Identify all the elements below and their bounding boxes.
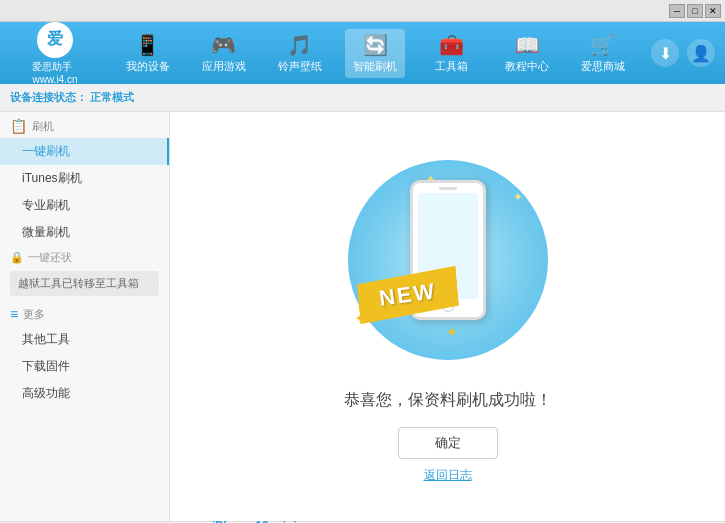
- nav-bar: 📱 我的设备 🎮 应用游戏 🎵 铃声壁纸 🔄 智能刷机 🧰 工具箱 📖 教程中心…: [110, 29, 641, 78]
- device-status-bar: 设备连接状态： 正常模式: [0, 84, 725, 112]
- success-message: 恭喜您，保资料刷机成功啦！: [344, 390, 552, 411]
- title-bar: ─ □ ✕: [0, 0, 725, 22]
- nav-toolbox[interactable]: 🧰 工具箱: [421, 29, 481, 78]
- sparkle-2: ✦: [513, 190, 523, 204]
- sidebar-item-advanced[interactable]: 高级功能: [0, 380, 169, 407]
- nav-app-game[interactable]: 🎮 应用游戏: [194, 29, 254, 78]
- nav-my-device[interactable]: 📱 我的设备: [118, 29, 178, 78]
- sidebar-locked-section: 🔒 一键还状: [0, 246, 169, 267]
- sidebar-item-itunes-flash[interactable]: iTunes刷机: [0, 165, 169, 192]
- phone-speaker: [439, 187, 457, 190]
- content-area: ✦ ✦ ✦ NEW ✦ ✦ 恭喜您，保资料刷机成功啦！ 确定 返回日志: [170, 112, 725, 521]
- sidebar-item-save-data-flash[interactable]: 微量刷机: [0, 219, 169, 246]
- sidebar-item-other-tools[interactable]: 其他工具: [0, 326, 169, 353]
- nav-smart-flash[interactable]: 🔄 智能刷机: [345, 29, 405, 78]
- nav-toolbox-icon: 🧰: [439, 33, 464, 57]
- phone-illustration: ✦ ✦ ✦ NEW ✦ ✦: [338, 150, 558, 370]
- header: 爱 爱思助手 www.i4.cn 📱 我的设备 🎮 应用游戏 🎵 铃声壁纸 🔄 …: [0, 22, 725, 84]
- sidebar-section-flash: 📋 刷机: [0, 112, 169, 138]
- maximize-button[interactable]: □: [687, 4, 703, 18]
- sparkle-4: ✦: [354, 309, 367, 328]
- nav-my-device-icon: 📱: [135, 33, 160, 57]
- nav-tutorial-icon: 📖: [515, 33, 540, 57]
- sidebar-item-download-firmware[interactable]: 下载固件: [0, 353, 169, 380]
- sidebar-item-pro-flash[interactable]: 专业刷机: [0, 192, 169, 219]
- nav-app-game-icon: 🎮: [211, 33, 236, 57]
- sparkle-5: ✦: [446, 324, 458, 340]
- sidebar: 📋 刷机 一键刷机 iTunes刷机 专业刷机 微量刷机 🔒 一键还状 越狱工具…: [0, 112, 170, 521]
- logo-text: 爱思助手 www.i4.cn: [32, 60, 77, 85]
- nav-store[interactable]: 🛒 爱思商城: [573, 29, 633, 78]
- close-button[interactable]: ✕: [705, 4, 721, 18]
- new-text: NEW: [377, 278, 437, 312]
- user-button[interactable]: 👤: [687, 39, 715, 67]
- more-section-icon: ≡: [10, 306, 18, 322]
- nav-tutorial[interactable]: 📖 教程中心: [497, 29, 557, 78]
- minimize-button[interactable]: ─: [669, 4, 685, 18]
- lock-icon: 🔒: [10, 251, 24, 264]
- download-button[interactable]: ⬇: [651, 39, 679, 67]
- nav-smart-flash-icon: 🔄: [363, 33, 388, 57]
- main-area: 📋 刷机 一键刷机 iTunes刷机 专业刷机 微量刷机 🔒 一键还状 越狱工具…: [0, 112, 725, 521]
- flash-section-icon: 📋: [10, 118, 27, 134]
- jailbreak-notice: 越狱工具已转移至工具箱: [10, 271, 159, 296]
- back-home-link[interactable]: 返回日志: [424, 467, 472, 484]
- logo-icon: 爱: [37, 22, 73, 58]
- sidebar-item-one-key-flash[interactable]: 一键刷机: [0, 138, 169, 165]
- header-right: ⬇ 👤: [651, 39, 715, 67]
- logo-area: 爱 爱思助手 www.i4.cn: [10, 22, 100, 85]
- nav-ringtone-icon: 🎵: [287, 33, 312, 57]
- window-controls: ─ □ ✕: [669, 4, 721, 18]
- confirm-button[interactable]: 确定: [398, 427, 498, 459]
- sidebar-section-more: ≡ 更多: [0, 300, 169, 326]
- nav-ringtone[interactable]: 🎵 铃声壁纸: [270, 29, 330, 78]
- nav-store-icon: 🛒: [590, 33, 615, 57]
